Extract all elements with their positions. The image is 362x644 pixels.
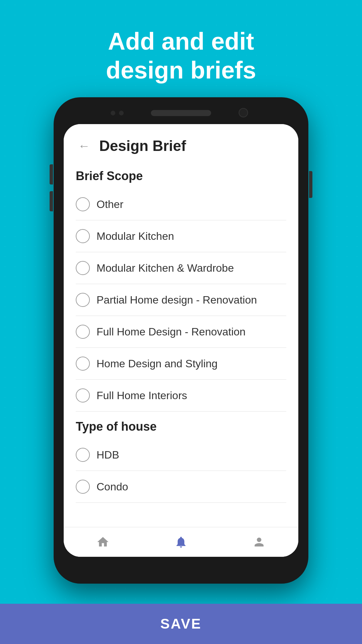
brief-scope-title: Brief Scope [76,161,286,189]
radio-option-full-home-design[interactable]: Full Home Design - Renovation [76,316,286,348]
radio-option-full-home-interiors[interactable]: Full Home Interiors [76,380,286,412]
phone-camera [239,108,248,117]
phone-dot-right [119,111,124,115]
back-button[interactable]: ← [76,138,93,154]
radio-label-modular-kitchen: Modular Kitchen [97,230,174,243]
page-title: Design Brief [99,138,186,154]
phone-frame: ← Design Brief Brief Scope Other Modular… [54,97,308,584]
radio-label-other: Other [97,198,123,211]
save-button[interactable]: SAVE [0,604,362,644]
radio-label-full-home-design: Full Home Design - Renovation [97,326,246,338]
nav-home-button[interactable] [94,533,112,551]
radio-label-home-design-styling: Home Design and Styling [97,358,218,370]
radio-option-modular-kitchen[interactable]: Modular Kitchen [76,220,286,252]
nav-notification-button[interactable] [172,533,190,551]
headline-line1: Add and edit [0,27,362,56]
radio-circle-full-home-interiors [76,388,90,402]
radio-option-condo[interactable]: Condo [76,471,286,503]
nav-profile-button[interactable] [250,533,268,551]
type-of-house-title: Type of house [76,412,286,439]
radio-option-partial-home[interactable]: Partial Home design - Renovation [76,284,286,316]
phone-speaker [151,110,211,116]
radio-circle-home-design-styling [76,357,90,371]
phone-screen: ← Design Brief Brief Scope Other Modular… [64,124,298,557]
phone-power [309,171,312,198]
radio-circle-condo [76,480,90,494]
radio-label-full-home-interiors: Full Home Interiors [97,389,187,402]
back-arrow-icon: ← [78,139,90,153]
radio-circle-hdb [76,448,90,462]
notification-icon [174,535,188,549]
headline-line2: design briefs [0,56,362,85]
phone-vol-down [50,191,53,211]
radio-option-hdb[interactable]: HDB [76,439,286,471]
radio-option-home-design-styling[interactable]: Home Design and Styling [76,348,286,380]
phone-dot-left [111,111,115,115]
radio-circle-modular-kitchen [76,229,90,243]
radio-circle-partial-home [76,293,90,307]
radio-option-modular-kitchen-wardrobe[interactable]: Modular Kitchen & Wardrobe [76,252,286,284]
app-content: Brief Scope Other Modular Kitchen Modula… [64,161,298,527]
radio-label-modular-kitchen-wardrobe: Modular Kitchen & Wardrobe [97,262,234,274]
bottom-nav [64,527,298,557]
profile-icon [252,535,266,549]
radio-label-partial-home: Partial Home design - Renovation [97,294,257,306]
radio-label-hdb: HDB [97,449,119,461]
headline: Add and edit design briefs [0,0,362,102]
radio-circle-full-home-design [76,325,90,339]
home-icon [96,535,110,549]
radio-option-other[interactable]: Other [76,189,286,220]
radio-label-condo: Condo [97,481,128,493]
phone-vol-up [50,164,53,184]
save-bar: SAVE [0,604,362,644]
radio-circle-modular-kitchen-wardrobe [76,261,90,275]
app-header: ← Design Brief [64,124,298,161]
radio-circle-other [76,197,90,211]
